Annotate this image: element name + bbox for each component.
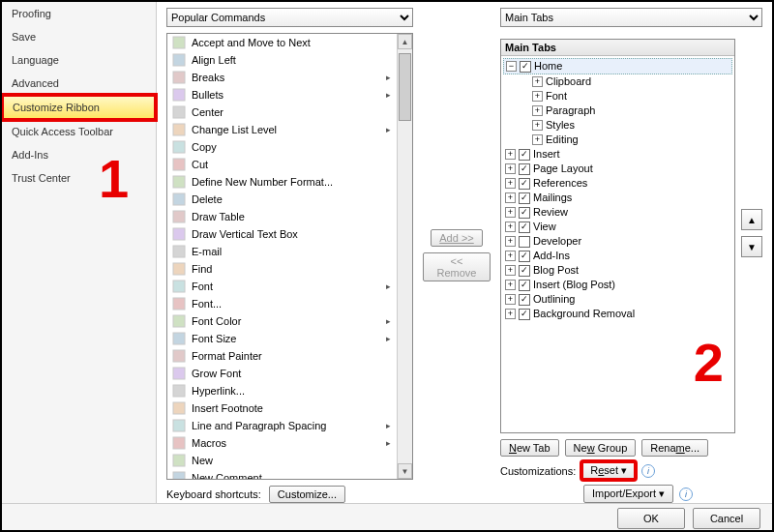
tree-child[interactable]: +Clipboard (503, 74, 732, 89)
sidebar-item-proofing[interactable]: Proofing (2, 2, 156, 25)
command-item[interactable]: Define New Number Format... (167, 173, 397, 191)
expand-icon[interactable]: + (505, 251, 516, 261)
ok-button[interactable]: OK (617, 508, 685, 529)
customize-button[interactable]: Customize... (269, 486, 345, 503)
remove-button[interactable]: << Remove (423, 252, 491, 281)
expand-icon[interactable]: + (505, 222, 516, 232)
expand-icon[interactable]: + (505, 178, 516, 189)
tree-node[interactable]: +✓Insert (503, 147, 732, 162)
sidebar-item-language[interactable]: Language (2, 48, 156, 72)
command-item[interactable]: Font Color▸ (167, 312, 397, 330)
scroll-up-icon[interactable]: ▲ (398, 34, 412, 49)
expand-icon[interactable]: − (506, 61, 517, 72)
checkbox[interactable]: ✓ (519, 280, 530, 291)
expand-icon[interactable]: + (505, 236, 516, 247)
choose-commands-combo[interactable]: Popular Commands (166, 8, 413, 27)
commands-listbox[interactable]: Accept and Move to NextAlign LeftBreaks▸… (166, 33, 413, 480)
command-item[interactable]: Draw Vertical Text Box (167, 225, 397, 243)
expand-icon[interactable]: + (505, 280, 516, 290)
command-item[interactable]: Bullets▸ (167, 86, 397, 103)
ribbon-tree[interactable]: Main Tabs −✓Home+Clipboard+Font+Paragrap… (500, 39, 735, 433)
info-icon[interactable]: i (679, 488, 693, 501)
cancel-button[interactable]: Cancel (693, 508, 760, 529)
tree-child[interactable]: +Paragraph (503, 103, 732, 118)
expand-icon[interactable]: + (505, 192, 516, 203)
scroll-down-icon[interactable]: ▼ (398, 463, 412, 479)
checkbox[interactable]: ✓ (520, 61, 531, 73)
tree-node[interactable]: +✓Mailings (503, 191, 732, 205)
expand-icon[interactable]: + (505, 265, 516, 276)
command-item[interactable]: Line and Paragraph Spacing▸ (167, 417, 397, 434)
expand-icon[interactable]: + (532, 76, 543, 87)
tree-node[interactable]: +✓View (503, 220, 732, 234)
command-item[interactable]: Copy (167, 138, 397, 156)
rename-button[interactable]: Rename... (641, 439, 708, 457)
command-item[interactable]: Draw Table (167, 208, 397, 225)
tree-child[interactable]: +Font (503, 89, 732, 103)
command-item[interactable]: Insert Footnote (167, 399, 397, 417)
command-item[interactable]: Delete (167, 191, 397, 208)
add-button[interactable]: Add >> (431, 229, 482, 247)
tree-node[interactable]: +✓Review (503, 205, 732, 220)
checkbox[interactable]: ✓ (519, 294, 530, 306)
checkbox[interactable]: ✓ (519, 265, 530, 277)
expand-icon[interactable]: + (532, 105, 543, 116)
checkbox[interactable]: ✓ (519, 178, 530, 190)
command-item[interactable]: Change List Level▸ (167, 121, 397, 138)
new-tab-button[interactable]: New Tab (500, 439, 559, 457)
expand-icon[interactable]: + (505, 163, 516, 174)
tree-node[interactable]: −✓Home (503, 58, 732, 74)
expand-icon[interactable]: + (505, 207, 516, 218)
sidebar-item-save[interactable]: Save (2, 25, 156, 48)
command-item[interactable]: New Comment (167, 469, 397, 479)
command-item[interactable]: Cut (167, 156, 397, 173)
command-item[interactable]: Center (167, 103, 397, 121)
reset-button[interactable]: Reset ▾ (581, 461, 636, 480)
new-group-button[interactable]: New Group (565, 439, 637, 457)
checkbox[interactable]: ✓ (519, 163, 530, 175)
command-item[interactable]: Find (167, 260, 397, 278)
command-item[interactable]: Breaks▸ (167, 69, 397, 86)
scroll-thumb[interactable] (399, 53, 411, 121)
command-item[interactable]: New (167, 452, 397, 469)
sidebar-item-advanced[interactable]: Advanced (2, 72, 156, 95)
expand-icon[interactable]: + (505, 294, 516, 305)
command-item[interactable]: Hyperlink... (167, 382, 397, 399)
command-item[interactable]: Font Size▸ (167, 330, 397, 347)
command-item[interactable]: Font... (167, 295, 397, 312)
command-item[interactable]: Font▸ (167, 278, 397, 295)
checkbox[interactable]: ✓ (519, 251, 530, 262)
checkbox[interactable]: ✓ (519, 222, 530, 233)
command-item[interactable]: Format Painter (167, 347, 397, 365)
tree-child[interactable]: +Editing (503, 133, 732, 147)
command-item[interactable]: Align Left (167, 51, 397, 69)
tree-node[interactable]: +✓Add-Ins (503, 249, 732, 263)
sidebar-item-quick-access-toolbar[interactable]: Quick Access Toolbar (2, 120, 156, 143)
checkbox[interactable]: ✓ (519, 192, 530, 204)
tree-node[interactable]: +✓Background Removal (503, 307, 732, 321)
commands-scrollbar[interactable]: ▲ ▼ (397, 34, 412, 479)
checkbox[interactable]: ✓ (519, 149, 530, 161)
tree-node[interactable]: +✓Insert (Blog Post) (503, 278, 732, 292)
command-item[interactable]: E-mail (167, 243, 397, 260)
tree-node[interactable]: +✓Blog Post (503, 263, 732, 278)
move-down-button[interactable]: ▼ (741, 236, 762, 257)
sidebar-item-add-ins[interactable]: Add-Ins (2, 143, 156, 166)
expand-icon[interactable]: + (505, 309, 516, 319)
info-icon[interactable]: i (641, 464, 655, 478)
tree-node[interactable]: +✓References (503, 176, 732, 191)
expand-icon[interactable]: + (532, 120, 543, 131)
expand-icon[interactable]: + (532, 134, 543, 145)
tree-node[interactable]: +✓Outlining (503, 292, 732, 307)
tree-node[interactable]: +Developer (503, 234, 732, 249)
tree-node[interactable]: +✓Page Layout (503, 162, 732, 176)
checkbox[interactable]: ✓ (519, 309, 530, 320)
move-up-button[interactable]: ▲ (741, 209, 762, 230)
sidebar-item-customize-ribbon[interactable]: Customize Ribbon (2, 95, 156, 120)
import-export-button[interactable]: Import/Export ▾ (583, 485, 673, 503)
customize-ribbon-combo[interactable]: Main Tabs (500, 8, 762, 27)
sidebar-item-trust-center[interactable]: Trust Center (2, 166, 156, 190)
expand-icon[interactable]: + (532, 91, 543, 102)
command-item[interactable]: Accept and Move to Next (167, 34, 397, 51)
tree-child[interactable]: +Styles (503, 118, 732, 133)
